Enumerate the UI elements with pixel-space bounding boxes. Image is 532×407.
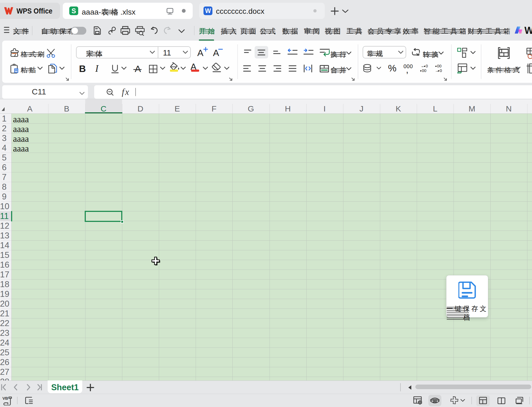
svg-text:A: A xyxy=(135,64,141,74)
svg-text:0: 0 xyxy=(426,64,428,68)
svg-text:00: 00 xyxy=(422,68,426,73)
svg-text:00: 00 xyxy=(437,64,442,68)
svg-text:0: 0 xyxy=(440,68,442,73)
svg-text:VB: VB xyxy=(2,396,8,401)
